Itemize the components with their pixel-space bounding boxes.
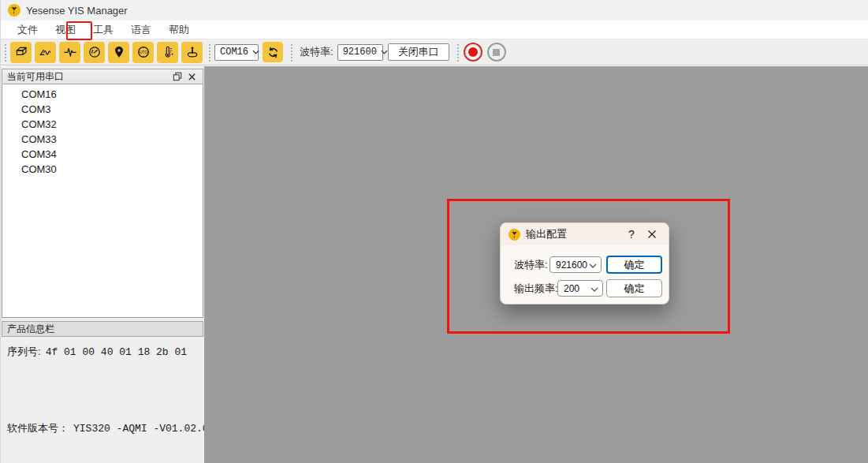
product-info-title: 产品信息栏 bbox=[7, 323, 54, 336]
product-info-body: 序列号: 4f 01 00 40 01 18 2b 01 软件版本号： YIS3… bbox=[1, 337, 204, 435]
app-logo-icon bbox=[8, 4, 20, 17]
baud-rate-value: 921600 bbox=[343, 47, 377, 58]
gauge-icon[interactable] bbox=[84, 42, 105, 63]
list-item-port[interactable]: COM32 bbox=[2, 117, 203, 132]
toolbar-grip[interactable] bbox=[207, 43, 212, 62]
chevron-down-icon bbox=[590, 283, 598, 294]
attitude-wave-icon[interactable] bbox=[35, 42, 56, 63]
title-bar: Yesense YIS Manager bbox=[1, 0, 868, 21]
toolbar: UTC COM16 波特率: 921600 关闭串口 bbox=[1, 39, 868, 65]
port-select[interactable]: COM16 bbox=[214, 44, 259, 61]
svg-text:UTC: UTC bbox=[140, 50, 147, 54]
list-item-port[interactable]: COM33 bbox=[2, 132, 203, 147]
dialog-freq-label: 输出频率: bbox=[514, 282, 558, 296]
float-panel-button[interactable] bbox=[170, 70, 184, 83]
app-window: Yesense YIS Manager 文件 视图 工具 语言 帮助 UTC bbox=[0, 0, 868, 463]
waveform-icon[interactable] bbox=[59, 42, 80, 63]
chevron-down-icon bbox=[589, 260, 597, 271]
utc-clock-icon[interactable]: UTC bbox=[132, 42, 154, 63]
close-panel-icon[interactable] bbox=[184, 70, 199, 83]
magnetic-pin-icon[interactable] bbox=[181, 42, 203, 63]
dialog-freq-select[interactable]: 200 bbox=[557, 280, 603, 297]
menu-bar: 文件 视图 工具 语言 帮助 bbox=[1, 21, 868, 39]
toolbar-grip[interactable] bbox=[3, 43, 8, 62]
product-info-header: 产品信息栏 bbox=[2, 321, 203, 337]
dialog-freq-value: 200 bbox=[564, 283, 579, 294]
record-icon bbox=[468, 47, 478, 57]
cube-3d-icon[interactable] bbox=[10, 42, 32, 63]
software-version-label: 软件版本号： bbox=[7, 421, 69, 435]
serial-number-row: 序列号: 4f 01 00 40 01 18 2b 01 bbox=[7, 345, 204, 359]
body-area: 当前可用串口 COM16 COM3 COM32 COM33 COM34 COM3… bbox=[1, 66, 868, 463]
dialog-freq-ok-button[interactable]: 确定 bbox=[606, 279, 662, 297]
dialog-freq-row: 输出频率: 200 确定 bbox=[501, 279, 669, 297]
window-title: Yesense YIS Manager bbox=[26, 5, 128, 17]
output-config-dialog: 输出配置 ? 波特率: 921600 确定 输出频率: bbox=[500, 222, 669, 304]
stop-button[interactable] bbox=[487, 43, 506, 62]
dialog-help-button[interactable]: ? bbox=[621, 226, 642, 243]
list-item-port[interactable]: COM30 bbox=[2, 162, 203, 177]
dock-title: 当前可用串口 bbox=[7, 70, 64, 84]
dialog-baud-value: 921600 bbox=[556, 260, 587, 271]
location-icon[interactable] bbox=[108, 42, 129, 63]
toolbar-grip[interactable] bbox=[456, 43, 460, 62]
menu-item-language[interactable]: 语言 bbox=[122, 21, 160, 39]
serial-number-value: 4f 01 00 40 01 18 2b 01 bbox=[46, 346, 187, 358]
dialog-baud-ok-button[interactable]: 确定 bbox=[606, 256, 662, 274]
close-serial-port-button[interactable]: 关闭串口 bbox=[388, 43, 449, 61]
software-version-value: YIS320 -AQMI -V01.02.03; bbox=[73, 423, 221, 435]
dialog-baud-label: 波特率: bbox=[514, 258, 548, 272]
thermometer-icon[interactable] bbox=[157, 42, 178, 63]
list-item-port[interactable]: COM16 bbox=[2, 87, 203, 102]
dialog-close-icon[interactable] bbox=[642, 226, 662, 243]
record-button[interactable] bbox=[464, 43, 482, 62]
main-workspace: 输出配置 ? 波特率: 921600 确定 输出频率: bbox=[204, 66, 868, 463]
dialog-baud-select[interactable]: 921600 bbox=[549, 256, 602, 273]
menu-item-view[interactable]: 视图 bbox=[47, 21, 84, 39]
port-list: COM16 COM3 COM32 COM33 COM34 COM30 bbox=[2, 84, 203, 318]
chevron-down-icon bbox=[252, 50, 259, 54]
serial-port-dock: 当前可用串口 COM16 COM3 COM32 COM33 COM34 COM3… bbox=[1, 66, 204, 463]
dialog-title-bar: 输出配置 ? bbox=[501, 223, 669, 245]
dialog-baud-row: 波特率: 921600 确定 bbox=[501, 256, 669, 274]
baud-rate-label: 波特率: bbox=[300, 45, 333, 59]
list-item-port[interactable]: COM34 bbox=[2, 147, 203, 162]
menu-item-help[interactable]: 帮助 bbox=[160, 21, 198, 39]
serial-number-label: 序列号: bbox=[7, 345, 41, 359]
dialog-title: 输出配置 bbox=[526, 227, 621, 241]
menu-item-tools[interactable]: 工具 bbox=[84, 21, 122, 39]
port-select-value: COM16 bbox=[220, 47, 248, 58]
toolbar-grip[interactable] bbox=[289, 43, 294, 62]
chevron-down-icon bbox=[381, 50, 388, 54]
stop-icon bbox=[493, 49, 500, 56]
dock-header: 当前可用串口 bbox=[2, 69, 203, 84]
list-item-port[interactable]: COM3 bbox=[2, 102, 203, 117]
refresh-icon[interactable] bbox=[263, 42, 283, 62]
menu-item-file[interactable]: 文件 bbox=[9, 21, 47, 39]
software-version-row: 软件版本号： YIS320 -AQMI -V01.02.03; bbox=[7, 421, 204, 435]
baud-rate-select[interactable]: 921600 bbox=[337, 44, 383, 61]
dialog-logo-icon bbox=[509, 229, 520, 241]
